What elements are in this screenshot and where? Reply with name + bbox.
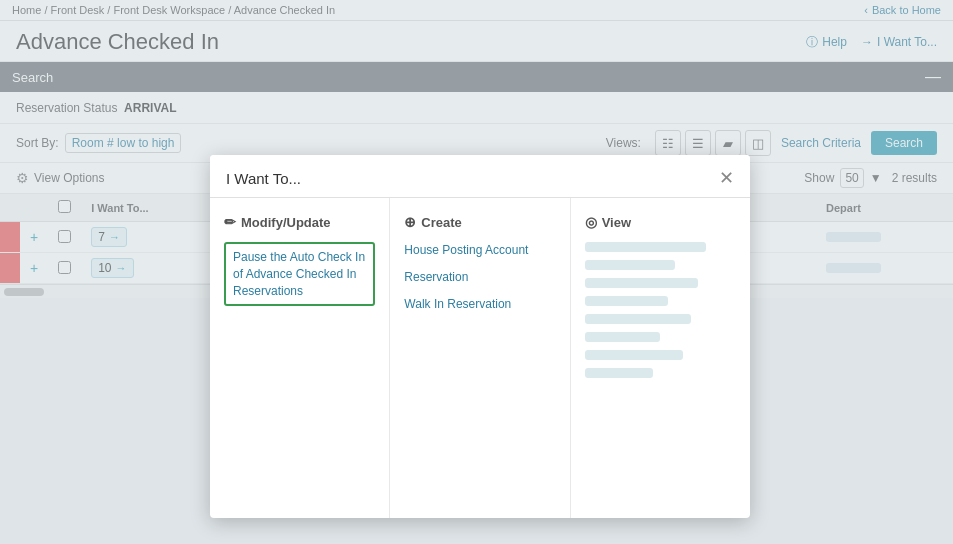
view-blob-5[interactable] xyxy=(585,314,691,324)
view-blob-4[interactable] xyxy=(585,296,668,306)
pencil-icon: ✏ xyxy=(224,214,236,230)
modal-col-view: ◎ View xyxy=(571,198,750,518)
modal-col-modify: ✏ Modify/Update Pause the Auto Check In … xyxy=(210,198,390,518)
modal-close-button[interactable]: ✕ xyxy=(719,169,734,187)
house-posting-account-item[interactable]: House Posting Account xyxy=(404,242,555,259)
i-want-to-modal: I Want To... ✕ ✏ Modify/Update Pause the… xyxy=(210,155,750,518)
modify-col-title: ✏ Modify/Update xyxy=(224,214,375,230)
modal-body: ✏ Modify/Update Pause the Auto Check In … xyxy=(210,198,750,518)
view-blob-6[interactable] xyxy=(585,332,661,342)
view-blob-1[interactable] xyxy=(585,242,706,252)
create-col-title: ⊕ Create xyxy=(404,214,555,230)
eye-icon: ◎ xyxy=(585,214,597,230)
view-blob-3[interactable] xyxy=(585,278,698,288)
pause-auto-check-item[interactable]: Pause the Auto Check In of Advance Check… xyxy=(224,242,375,306)
modal-header: I Want To... ✕ xyxy=(210,155,750,198)
view-blob-2[interactable] xyxy=(585,260,676,270)
reservation-item[interactable]: Reservation xyxy=(404,269,555,286)
modal-title: I Want To... xyxy=(226,170,301,187)
view-blob-8[interactable] xyxy=(585,368,653,378)
walk-in-reservation-item[interactable]: Walk In Reservation xyxy=(404,296,555,313)
plus-circle-icon: ⊕ xyxy=(404,214,416,230)
modal-col-create: ⊕ Create House Posting Account Reservati… xyxy=(390,198,570,518)
view-col-title: ◎ View xyxy=(585,214,736,230)
view-blob-7[interactable] xyxy=(585,350,683,360)
